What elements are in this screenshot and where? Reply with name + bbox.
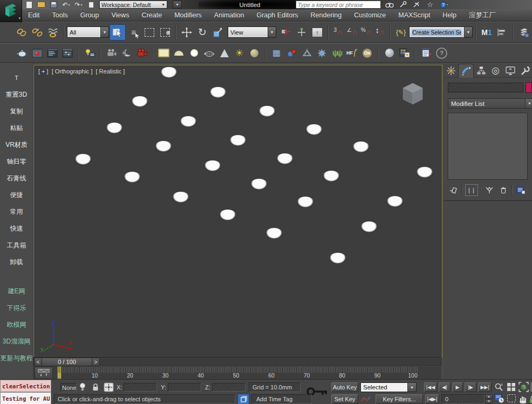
search-binoculars-icon[interactable]: [385, 1, 394, 9]
sidebar-tool-cn-10[interactable]: 工具箱: [7, 240, 26, 251]
sidebar-tool-cn-7[interactable]: 便捷: [10, 190, 23, 200]
new-file-icon[interactable]: [25, 1, 33, 8]
render-settings-icon[interactable]: [60, 46, 74, 60]
communication-center-icon[interactable]: [398, 1, 408, 9]
pin-stack-button[interactable]: [448, 185, 460, 196]
save-file-icon[interactable]: [50, 1, 58, 8]
new-key-curve-icon[interactable]: [360, 394, 372, 404]
cone-light-icon[interactable]: [217, 46, 231, 60]
noise-ball-icon[interactable]: [315, 46, 329, 60]
sidebar-link-cn-0[interactable]: 建E网: [8, 286, 25, 297]
selection-lock-toggle[interactable]: [92, 383, 99, 393]
satellite-icon[interactable]: [412, 1, 421, 9]
sidebar-link-cn-2[interactable]: 欧模网: [7, 319, 26, 330]
named-selection-set-combo[interactable]: Create Selection Set ▼: [409, 26, 473, 38]
sidebar-tool-cn-11[interactable]: 卸载: [10, 257, 23, 267]
trackbar-ruler[interactable]: 0102030405060708090100: [54, 366, 432, 379]
unlink-selection-button[interactable]: [30, 25, 45, 40]
edit-named-selection-sets-button[interactable]: {✎}: [393, 25, 408, 40]
disc-light-icon[interactable]: [187, 46, 201, 60]
menu-graph-editors[interactable]: Graph Editors: [256, 11, 298, 19]
rect-light-icon[interactable]: [157, 46, 170, 60]
key-set-dropdown[interactable]: Selected ▼: [360, 382, 417, 392]
sidebar-tool-cn-2[interactable]: 复制: [10, 106, 23, 117]
ceiling-light-object[interactable]: [258, 106, 276, 117]
menu-rendering[interactable]: Rendering: [311, 11, 342, 19]
viewport-menu-general[interactable]: [ + ]: [38, 68, 49, 75]
ceiling-light-object[interactable]: [305, 124, 323, 136]
sidebar-link-cn-1[interactable]: 下得乐: [7, 302, 26, 313]
menu-views[interactable]: Views: [111, 11, 129, 19]
sidebar-tool-cn-3[interactable]: 粘贴: [10, 123, 23, 133]
ceiling-light-object[interactable]: [265, 228, 283, 239]
zoom-all-icon[interactable]: [507, 382, 516, 393]
zoom-extents-icon[interactable]: [519, 382, 529, 394]
ceiling-light-object[interactable]: [229, 135, 247, 146]
project-folder-icon[interactable]: [87, 1, 95, 8]
isolate-selection-toggle[interactable]: [79, 382, 86, 394]
ceiling-light-object[interactable]: [276, 153, 294, 165]
tiles-icon[interactable]: ▦: [270, 46, 283, 60]
set-key-button[interactable]: Set Key: [331, 394, 358, 404]
ceiling-light-object[interactable]: [209, 87, 227, 98]
next-frame-slider-button[interactable]: >: [92, 358, 100, 366]
mirror-button[interactable]: M1: [479, 25, 494, 40]
physical-camera-icon[interactable]: [135, 46, 148, 60]
x-coordinate-field[interactable]: [124, 383, 157, 392]
sphere-light-icon[interactable]: [248, 46, 261, 60]
orbit-icon[interactable]: [529, 394, 532, 404]
percent-snap-toggle[interactable]: %∩: [359, 25, 373, 39]
menu-tools[interactable]: Tools: [52, 11, 68, 19]
ceiling-light-object[interactable]: [386, 196, 404, 207]
open-file-icon[interactable]: [37, 1, 45, 8]
configure-modifier-sets-button[interactable]: [515, 185, 527, 196]
selection-filter-dropdown[interactable]: All ▼: [67, 26, 109, 38]
add-time-tag[interactable]: Add Time Tag: [251, 394, 312, 404]
show-end-result-button[interactable]: | |: [465, 184, 478, 196]
window-crossing-toggle[interactable]: [158, 25, 173, 40]
menu-create[interactable]: Create: [142, 11, 162, 19]
frame-spinner[interactable]: ▲▼: [485, 394, 493, 403]
key-filters-button[interactable]: Key Filters...: [376, 394, 423, 404]
sidebar-tool-t[interactable]: T: [15, 72, 18, 83]
ceiling-light-object[interactable]: [106, 123, 123, 134]
mini-curve-editor-button[interactable]: [35, 367, 53, 379]
auto-key-button[interactable]: Auto Key: [331, 382, 358, 392]
max-logo-button[interactable]: ▾: [0, 0, 22, 22]
material-library-icon[interactable]: [398, 46, 411, 60]
ceiling-light-object[interactable]: [329, 253, 346, 264]
isolate-cube-icon[interactable]: [237, 394, 249, 404]
ceiling-light-object[interactable]: [219, 210, 236, 221]
select-and-manipulate-button[interactable]: [294, 25, 309, 40]
sidebar-tool-vr[interactable]: VR材质: [5, 139, 28, 150]
pyramid-helper-icon[interactable]: [300, 46, 313, 60]
key-mode-toggle[interactable]: |◀▶|: [425, 394, 439, 404]
render-setup-icon[interactable]: [30, 46, 44, 60]
redo-button[interactable]: ↷▾: [74, 1, 83, 8]
search-input[interactable]: [296, 1, 381, 9]
use-pivot-point-center-button[interactable]: [278, 25, 294, 40]
ceiling-light-object[interactable]: [352, 142, 370, 153]
modifier-stack[interactable]: [448, 113, 528, 180]
sun-light-icon[interactable]: ☀: [233, 46, 246, 60]
ox-fur-icon[interactable]: Ox: [360, 46, 374, 60]
pan-hand-icon[interactable]: [519, 394, 528, 404]
ceiling-light-object[interactable]: [297, 197, 314, 208]
camera-moon-icon[interactable]: [120, 46, 133, 60]
maxscript-mini-listener-pink[interactable]: clearSelection: [0, 380, 51, 392]
rendered-frame-window-icon[interactable]: [45, 46, 59, 60]
ceiling-light-object[interactable]: [180, 116, 197, 127]
angle-snap-toggle[interactable]: ∠∩: [345, 25, 359, 39]
menu-animation[interactable]: Animation: [214, 11, 244, 19]
menu-edit[interactable]: Edit: [28, 11, 40, 19]
previous-frame-button[interactable]: ◀|: [439, 382, 451, 392]
sidebar-tool-cn-6[interactable]: 石膏线: [7, 173, 26, 184]
rectangular-selection-region-button[interactable]: [142, 25, 157, 40]
ceiling-light-object[interactable]: [360, 221, 378, 233]
object-color-swatch[interactable]: [526, 82, 532, 93]
hair-fur-icon[interactable]: HF: [345, 46, 359, 60]
ceiling-light-object[interactable]: [74, 154, 92, 165]
previous-frame-slider-button[interactable]: <: [34, 358, 42, 366]
menu-maxscript[interactable]: MAXScript: [398, 11, 430, 19]
layer-manager-button[interactable]: [516, 25, 531, 40]
